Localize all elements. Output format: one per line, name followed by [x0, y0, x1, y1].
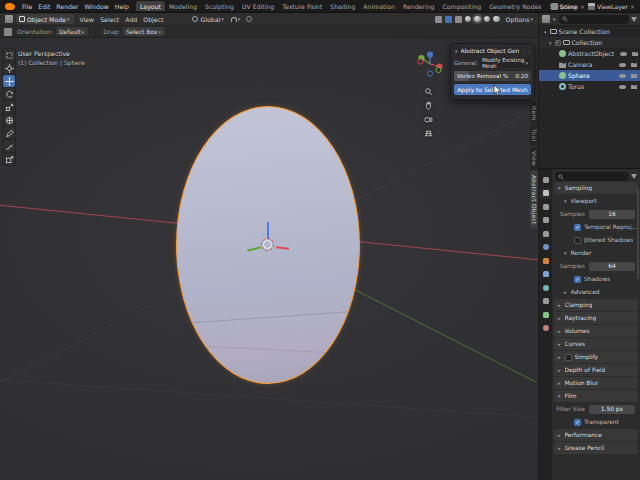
outliner-search-input[interactable] [559, 15, 629, 24]
expand-icon[interactable]: ▾ [544, 29, 547, 35]
drag-grip-icon[interactable]: ⋮⋮ [521, 48, 531, 54]
tool-measure[interactable] [3, 140, 15, 152]
properties-tab-object[interactable] [540, 255, 551, 266]
menu-render[interactable]: Render [53, 3, 81, 10]
properties-tab-output[interactable] [540, 201, 551, 212]
prop-check-transparent[interactable]: ✓Transparent [554, 416, 638, 428]
disable-in-render-icon[interactable] [631, 62, 637, 67]
viewport-menu-select[interactable]: Select [97, 16, 122, 23]
workspace-tab-uv-editing[interactable]: UV Editing [238, 1, 278, 11]
checkbox-shadows[interactable]: ✓ [574, 276, 581, 283]
outliner-editor-icon[interactable] [542, 15, 550, 23]
xray-icon[interactable] [455, 16, 462, 23]
prop-section-simplify[interactable]: ▸Simplify [554, 351, 638, 363]
prop-subsection-render[interactable]: ▾Render [554, 247, 638, 259]
panel-header[interactable]: ▾ Abstract Object Generator ⋮⋮ [454, 46, 531, 56]
menu-help[interactable]: Help [112, 3, 132, 10]
properties-tab-view-layer[interactable] [540, 215, 551, 226]
prop-check-jittered-shadows[interactable]: Jittered Shadows [554, 234, 638, 246]
prop-section-clamping[interactable]: ▸Clamping [554, 299, 638, 311]
viewport-control-zoom[interactable] [423, 86, 434, 97]
outliner-item-abstractobject[interactable]: AbstractObject [539, 48, 640, 59]
tool-annotate[interactable] [3, 127, 15, 139]
gizmo-z-axis[interactable] [267, 222, 269, 239]
scene-name[interactable]: Scene [560, 3, 578, 10]
workspace-tab-modeling[interactable]: Modeling [165, 1, 201, 11]
prop-section-depth-of-field[interactable]: ▸Depth of Field [554, 364, 638, 376]
properties-tab-constraints[interactable] [540, 296, 551, 307]
prop-section-sampling[interactable]: ▾Sampling [554, 182, 638, 194]
rendered-shading-icon[interactable] [493, 16, 500, 23]
prop-check-shadows[interactable]: ✓Shadows [554, 273, 638, 285]
prop-section-volumes[interactable]: ▸Volumes [554, 325, 638, 337]
properties-tab-scene[interactable] [540, 228, 551, 239]
viewport-control-perspective[interactable] [423, 128, 434, 139]
tool-move[interactable] [3, 75, 15, 87]
prop-section-grease-pencil[interactable]: ▸Grease Pencil [554, 442, 638, 454]
workspace-tab-shading[interactable]: Shading [326, 1, 359, 11]
checkbox-transparent[interactable]: ✓ [574, 419, 581, 426]
outliner-item-sphere[interactable]: Sphere [539, 70, 640, 81]
show-gizmo-icon[interactable] [435, 16, 442, 23]
workspace-tab-rendering[interactable]: Rendering [399, 1, 439, 11]
workspace-tab-layout[interactable]: Layout [136, 1, 165, 11]
tool-transform[interactable] [3, 114, 15, 126]
overlays-icon[interactable] [445, 16, 452, 23]
outliner-collection[interactable]: ▾ ✓ Collection [539, 37, 640, 48]
options-dropdown[interactable]: Options ▾ [506, 16, 534, 23]
menu-edit[interactable]: Edit [35, 3, 53, 10]
proportional-edit-icon[interactable] [246, 16, 252, 22]
workspace-tab-geometry-nodes[interactable]: Geometry Nodes [485, 1, 545, 11]
prop-subsection-viewport[interactable]: ▾Viewport [554, 195, 638, 207]
properties-tab-object-data[interactable] [540, 309, 551, 320]
hide-in-viewport-icon[interactable] [619, 63, 626, 67]
snap-dropdown-icon[interactable]: ▾ [238, 16, 241, 22]
workspace-tab-animation[interactable]: Animation [359, 1, 399, 11]
field-value-filter-size[interactable]: 1.50 px [589, 405, 635, 414]
viewport-menu-view[interactable]: View [77, 16, 98, 23]
checkbox-simplify[interactable] [565, 354, 572, 361]
scene-clear-icon[interactable]: × [580, 3, 585, 10]
prop-section-performance[interactable]: ▸Performance [554, 429, 638, 441]
workspace-tab-texture-paint[interactable]: Texture Paint [278, 1, 326, 11]
prop-section-curves[interactable]: ▸Curves [554, 338, 638, 350]
view-layer-name[interactable]: ViewLayer [597, 3, 628, 10]
prop-section-raytracing[interactable]: ▸Raytracing [554, 312, 638, 324]
prop-subsection-advanced[interactable]: ▸Advanced [554, 286, 638, 298]
blender-logo-icon[interactable] [5, 3, 15, 10]
disable-in-render-icon[interactable] [631, 84, 637, 89]
drag-dropdown[interactable]: Select Box ▾ [123, 27, 165, 36]
hide-in-viewport-icon[interactable] [620, 52, 627, 56]
tool-scale[interactable] [3, 101, 15, 113]
editor-type-icon[interactable] [5, 15, 13, 23]
transform-orientation-dropdown[interactable]: Global ▾ [192, 16, 224, 23]
checkbox-temporal-reprojection[interactable]: ✓ [574, 224, 581, 231]
tool-add-cube[interactable] [3, 153, 15, 165]
menu-window[interactable]: Window [81, 3, 111, 10]
snap-magnet-icon[interactable] [231, 17, 237, 22]
menu-file[interactable]: File [19, 3, 35, 10]
properties-search-input[interactable] [555, 172, 629, 181]
properties-tab-tool[interactable] [540, 174, 551, 185]
vertex-removal-slider[interactable]: Vertex Removal % 0.20 [454, 71, 531, 81]
general-mode-dropdown[interactable]: Modify Existing Mesh ▾ [480, 58, 531, 68]
viewport-menu-object[interactable]: Object [140, 16, 166, 23]
sidebar-tab-item[interactable]: Item [530, 102, 538, 124]
collection-checkbox[interactable]: ✓ [555, 40, 561, 46]
solid-shading-icon[interactable] [474, 16, 481, 23]
properties-tab-world[interactable] [540, 242, 551, 253]
hide-in-viewport-icon[interactable] [619, 85, 626, 89]
field-value-samples[interactable]: 64 [589, 262, 635, 271]
material-shading-icon[interactable] [484, 16, 491, 23]
navigation-gizmo[interactable] [414, 48, 446, 80]
3d-viewport[interactable]: User Perspective (1) Collection | Sphere… [0, 38, 538, 480]
checkbox-jittered-shadows[interactable] [574, 237, 581, 244]
sidebar-tab-tool[interactable]: Tool [530, 125, 538, 145]
outliner-item-torus[interactable]: Torus [539, 81, 640, 92]
outliner-scene-collection[interactable]: ▾ Scene Collection [539, 26, 640, 37]
sidebar-tab-view[interactable]: View [530, 147, 538, 170]
orientation-setting-dropdown[interactable]: Default ▾ [56, 27, 88, 36]
properties-filter-icon[interactable] [631, 174, 637, 179]
viewport-menu-add[interactable]: Add [122, 16, 140, 23]
wireframe-shading-icon[interactable] [465, 16, 472, 23]
